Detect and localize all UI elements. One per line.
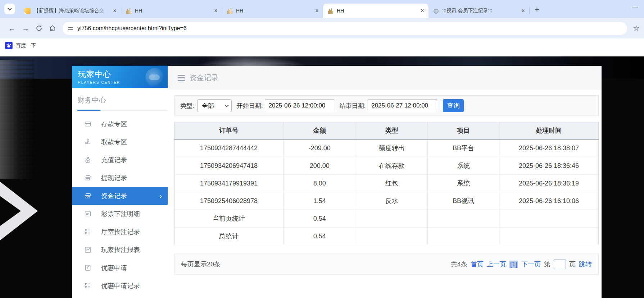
site-info-icon[interactable] bbox=[68, 26, 73, 31]
browser-tab-strip: 【新提醒】海燕策略论坛综合交×HH×HH×HH×:::视讯 会员下注纪录:::×… bbox=[0, 0, 644, 18]
forward-icon[interactable]: → bbox=[22, 25, 29, 32]
page-size-text: 每页显示20条 bbox=[181, 260, 221, 269]
sidebar-section: 财务中心 bbox=[72, 88, 168, 111]
sidebar-section-label: 财务中心 bbox=[77, 95, 168, 105]
sidebar-item-6[interactable]: 彩票下注明细› bbox=[72, 205, 168, 223]
main-panel: 资金记录 类型: 全部 开始日期: 结束日期: 查询 订单号金额类 bbox=[168, 66, 602, 298]
browser-toolbar: ← → yl756.com/hhcp/usercenter.html?iniTy… bbox=[0, 18, 644, 38]
prev-page-link[interactable]: 上一页 bbox=[487, 260, 506, 269]
pagination-bar: 每页显示20条 共4条 首页 上一页 [1] 下一页 第 页 跳转 bbox=[174, 254, 599, 275]
table-cell: 1750925406028978 bbox=[174, 192, 284, 210]
sidebar: 玩家中心 PLAYERS CENTER 财务中心 存款专区›取款专区›充值记录›… bbox=[72, 66, 168, 298]
gamepad-decor-icon bbox=[145, 68, 164, 87]
browser-tab-5[interactable]: :::视讯 会员下注纪录:::× bbox=[428, 4, 529, 18]
tab-close-icon[interactable]: × bbox=[213, 8, 219, 14]
jump-suffix-label: 页 bbox=[569, 260, 576, 269]
jump-page-input[interactable] bbox=[554, 260, 566, 269]
browser-tab-4[interactable]: HH× bbox=[323, 4, 428, 18]
sidebar-item-3[interactable]: 充值记录› bbox=[72, 151, 168, 169]
hh-favicon bbox=[327, 8, 334, 14]
bookmark-baidu[interactable]: 百度一下 bbox=[5, 42, 36, 49]
sidebar-item-7[interactable]: 厅室投注记录› bbox=[72, 223, 168, 241]
type-label: 类型: bbox=[180, 102, 194, 110]
table-cell bbox=[499, 228, 599, 245]
reload-icon[interactable] bbox=[36, 25, 42, 32]
start-date-input[interactable] bbox=[265, 99, 334, 112]
column-header: 类型 bbox=[356, 122, 427, 139]
table-row: 当前页统计0.54 bbox=[174, 210, 599, 228]
end-date-input[interactable] bbox=[368, 99, 437, 112]
type-select-value: 全部 bbox=[202, 102, 214, 110]
tab-close-icon[interactable]: × bbox=[520, 8, 526, 14]
table-row: 1750934287444442-209.00额度转出BB平台2025-06-2… bbox=[174, 139, 599, 157]
tab-title: 【新提醒】海燕策略论坛综合交 bbox=[34, 8, 109, 14]
table-cell bbox=[427, 228, 499, 245]
table-header-row: 订单号金额类型项目处理时间 bbox=[174, 122, 599, 139]
bookmark-star-icon[interactable]: ☆ bbox=[633, 24, 640, 33]
hamburger-icon[interactable] bbox=[178, 75, 185, 81]
tab-close-icon[interactable]: × bbox=[112, 8, 118, 14]
tab-close-icon[interactable]: × bbox=[419, 8, 426, 14]
table-cell: 8.00 bbox=[284, 175, 356, 192]
window-minimize-button[interactable]: — bbox=[632, 4, 638, 10]
table-cell bbox=[499, 210, 599, 228]
sidebar-item-4[interactable]: 提现记录› bbox=[72, 169, 168, 187]
sidebar-item-1[interactable]: 存款专区› bbox=[72, 115, 168, 133]
page-title: 资金记录 bbox=[190, 73, 218, 83]
sidebar-item-2[interactable]: 取款专区› bbox=[72, 133, 168, 151]
sidebar-item-label: 彩票下注明细 bbox=[101, 210, 140, 218]
sidebar-menu: 存款专区›取款专区›充值记录›提现记录›资金记录›彩票下注明细›厅室投注记录›玩… bbox=[72, 115, 168, 295]
next-page-link[interactable]: 下一页 bbox=[521, 260, 541, 269]
section-underline bbox=[77, 110, 168, 111]
type-select[interactable]: 全部 bbox=[197, 99, 232, 112]
table-cell: BB视讯 bbox=[427, 192, 499, 210]
new-tab-button[interactable]: + bbox=[535, 6, 539, 14]
sidebar-item-label: 提现记录 bbox=[101, 174, 127, 182]
table-row: 总统计0.54 bbox=[174, 228, 599, 245]
sidebar-item-5[interactable]: 资金记录› bbox=[72, 187, 168, 205]
table-cell: 2025-06-26 18:38:07 bbox=[499, 139, 599, 157]
withdraw-icon bbox=[84, 138, 91, 146]
player-bet-report-icon bbox=[84, 246, 91, 253]
sidebar-item-9[interactable]: 优惠申请› bbox=[72, 259, 168, 277]
sidebar-item-label: 资金记录 bbox=[101, 192, 127, 200]
table-cell: 200.00 bbox=[284, 157, 356, 175]
sidebar-item-label: 优惠申请 bbox=[101, 263, 127, 272]
home-icon[interactable] bbox=[49, 25, 56, 32]
column-header: 订单号 bbox=[174, 122, 284, 139]
column-header: 处理时间 bbox=[499, 122, 599, 139]
table-cell: 2025-06-26 18:36:19 bbox=[499, 175, 599, 192]
sidebar-item-label: 玩家投注报表 bbox=[101, 246, 140, 254]
tab-close-icon[interactable]: × bbox=[314, 8, 320, 14]
jump-prefix-label: 第 bbox=[544, 260, 550, 269]
browser-tab-2[interactable]: HH× bbox=[121, 4, 222, 18]
sidebar-item-8[interactable]: 玩家投注报表› bbox=[72, 241, 168, 259]
browser-tab-3[interactable]: HH× bbox=[222, 4, 323, 18]
end-date-label: 结束日期: bbox=[339, 102, 366, 110]
sidebar-item-label: 优惠申请记录 bbox=[101, 281, 140, 290]
recharge-record-icon bbox=[84, 156, 91, 164]
funds-record-table: 订单号金额类型项目处理时间 1750934287444442-209.00额度转… bbox=[174, 122, 599, 245]
first-page-link[interactable]: 首页 bbox=[471, 260, 484, 269]
tab-separator bbox=[529, 7, 530, 14]
table-cell: 2025-06-26 16:10:06 bbox=[499, 192, 599, 210]
sidebar-item-label: 取款专区 bbox=[101, 138, 127, 146]
start-date-label: 开始日期: bbox=[237, 102, 263, 110]
table-cell: 0.54 bbox=[284, 228, 356, 245]
query-button[interactable]: 查询 bbox=[443, 99, 464, 112]
table-cell: 1.54 bbox=[284, 192, 356, 210]
promo-apply-icon bbox=[84, 264, 91, 271]
chevron-right-icon: › bbox=[159, 192, 162, 200]
table-cell: 1750934287444442 bbox=[174, 139, 284, 157]
deposit-icon bbox=[84, 120, 91, 128]
table-cell: 1750934206947418 bbox=[174, 157, 284, 175]
table-cell bbox=[356, 228, 427, 245]
address-bar[interactable]: yl756.com/hhcp/usercenter.html?iniType=6 bbox=[63, 22, 627, 35]
jump-action-link[interactable]: 跳转 bbox=[579, 260, 592, 269]
browser-tab-1[interactable]: 【新提醒】海燕策略论坛综合交× bbox=[20, 4, 121, 18]
table-cell: 2025-06-26 18:36:46 bbox=[499, 157, 599, 175]
back-icon[interactable]: ← bbox=[8, 25, 15, 32]
table-cell: BB平台 bbox=[427, 139, 499, 157]
sidebar-item-10[interactable]: 优惠申请记录› bbox=[72, 277, 168, 295]
tab-search-button[interactable] bbox=[4, 4, 15, 14]
